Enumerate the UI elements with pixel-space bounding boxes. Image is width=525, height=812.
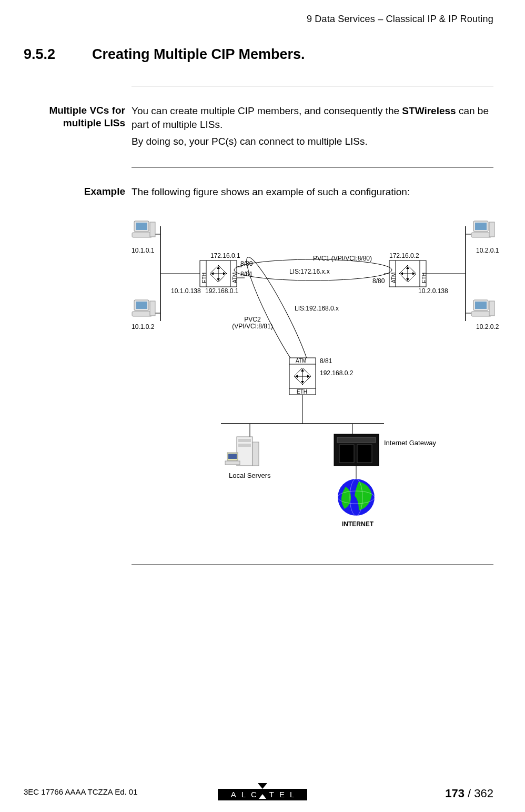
brand-logo: ALC TEL	[218, 783, 307, 800]
page-number: 173 / 362	[445, 786, 493, 801]
pc-icon	[132, 300, 155, 316]
server-icon	[225, 437, 259, 466]
port-label: ETH	[201, 273, 207, 283]
triangle-icon	[259, 794, 266, 799]
svg-rect-61	[471, 312, 491, 316]
svg-rect-58	[489, 222, 494, 237]
page: 9 Data Services – Classical IP & IP Rout…	[0, 0, 525, 812]
divider	[132, 86, 493, 86]
port-label: ETH	[297, 389, 307, 395]
svg-rect-50	[150, 222, 155, 237]
footer-docref: 3EC 17766 AAAA TCZZA Ed. 01	[24, 787, 138, 797]
svg-rect-56	[475, 223, 487, 230]
ip-label: 172.16.0.1	[210, 253, 240, 259]
svg-rect-73	[357, 445, 372, 463]
svg-rect-53	[132, 312, 152, 316]
ip-label: 192.168.0.1	[205, 288, 238, 295]
body-paragraph-example: The following figure shows an example of…	[132, 185, 493, 199]
label-gateway: Internet Gateway	[384, 439, 421, 447]
body-text-span: You can create multiple CIP members, and…	[132, 105, 402, 116]
pvc-label: PVC2 (VPI/VCI:8/81)	[229, 316, 276, 330]
pc-icon	[471, 221, 494, 237]
section-number: 9.5.2	[24, 45, 55, 64]
ip-label: 10.1.0.138	[171, 288, 201, 295]
body-paragraph-2: By doing so, your PC(s) can connect to m…	[132, 135, 493, 148]
svg-rect-64	[238, 439, 251, 442]
page-sep: /	[465, 787, 474, 800]
port-label: 8/81	[320, 358, 332, 365]
side-heading-vcs: Multiple VCs for multiple LISs	[20, 104, 125, 129]
pvc-label-line: (VPI/VCI:8/81)	[232, 323, 272, 330]
bold-term: STWireless	[402, 105, 456, 116]
label-internet: INTERNET	[342, 521, 373, 528]
lis-label: LIS:172.16.x.x	[289, 268, 330, 275]
body-paragraph-1: You can create multiple CIP members, and…	[132, 104, 493, 131]
svg-rect-52	[136, 302, 147, 309]
divider	[132, 564, 493, 565]
svg-rect-57	[471, 233, 491, 237]
port-label: ATM	[391, 273, 397, 283]
pc-icon	[471, 300, 494, 316]
svg-rect-66	[253, 442, 259, 466]
label-local-servers: Local Servers	[229, 472, 270, 479]
ip-label: 192.168.0.2	[320, 370, 353, 377]
svg-rect-65	[238, 444, 251, 447]
pc-icon	[132, 221, 155, 237]
pvc-label: PVC1 (VPI/VCI:8/80)	[313, 255, 372, 262]
port-label: ETH	[421, 273, 427, 283]
svg-rect-62	[489, 301, 494, 316]
gateway-icon	[334, 434, 379, 466]
svg-rect-60	[475, 302, 487, 309]
network-diagram: 10.1.0.1 10.1.0.2 10.2.0.1 10.2.0.2 ETH …	[132, 216, 500, 558]
svg-rect-72	[339, 445, 354, 463]
ip-label: 10.2.0.1	[476, 247, 499, 254]
ip-label: 10.2.0.2	[476, 324, 499, 330]
side-heading-example: Example	[20, 185, 125, 198]
ip-label: 10.2.0.138	[418, 288, 448, 295]
port-label: 8/80	[372, 278, 385, 285]
svg-rect-48	[136, 223, 147, 230]
svg-rect-54	[150, 301, 155, 316]
page-total: 362	[474, 787, 493, 800]
section-title: Creating Multiple CIP Members.	[92, 45, 305, 64]
svg-rect-71	[337, 437, 376, 443]
port-label: 8/80	[240, 260, 253, 267]
svg-rect-69	[225, 461, 240, 465]
divider	[132, 167, 493, 168]
pvc-label-line: PVC2	[244, 316, 260, 323]
page-current: 173	[445, 787, 465, 800]
triangle-icon	[258, 783, 267, 789]
ip-label: 10.1.0.2	[132, 324, 154, 330]
ip-label: 172.16.0.2	[389, 253, 419, 259]
globe-icon	[338, 479, 375, 516]
port-label: ATM	[296, 358, 306, 364]
port-label: 8/81	[240, 271, 253, 278]
svg-rect-49	[132, 233, 152, 237]
svg-rect-68	[228, 454, 237, 459]
lis-label: LIS:192.168.0.x	[295, 305, 339, 312]
running-header: 9 Data Services – Classical IP & IP Rout…	[307, 13, 493, 25]
ip-label: 10.1.0.1	[132, 247, 154, 254]
port-label: ATM	[232, 273, 238, 283]
